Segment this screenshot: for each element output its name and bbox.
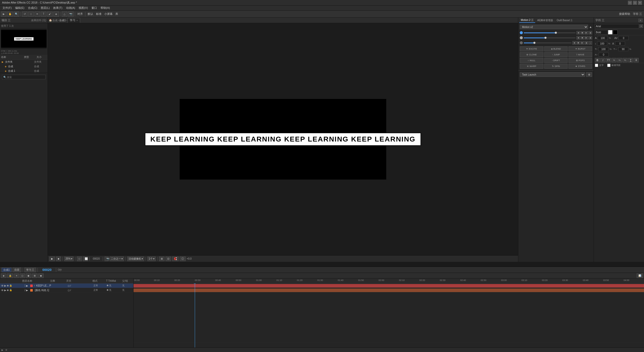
font-color-swatch[interactable]	[608, 30, 613, 34]
slider-btn-3c[interactable]: ►	[581, 41, 584, 45]
file-item-comp1[interactable]: ◈ 合成 1 合成	[0, 69, 48, 73]
wave-btn[interactable]: ⌇ WAVE	[568, 52, 592, 57]
ouilt-tab[interactable]: Ouilt Basse!.1	[555, 18, 574, 22]
render-btn[interactable]: ⬜	[83, 257, 88, 261]
slider-track-3[interactable]	[524, 43, 571, 43]
frame-btn[interactable]: □	[77, 257, 82, 261]
close-button[interactable]: ×	[638, 1, 642, 5]
paint-tool[interactable]: 🖌	[47, 12, 53, 17]
motion-version-dropdown[interactable]: Motion v2	[520, 25, 588, 29]
font-size-input[interactable]	[598, 36, 608, 40]
layer-row-2[interactable]: 👁 ▶ ◉ 🔓 2 ▶ [颜色 纯色 1] ◻ / 正常	[0, 288, 133, 293]
kerning-input[interactable]	[615, 42, 625, 46]
leading-input[interactable]	[597, 42, 607, 46]
bold-btn[interactable]: B	[595, 58, 600, 62]
views-dropdown[interactable]: 1个 ▾	[147, 257, 156, 261]
tl-collapse-btn[interactable]: ≡	[14, 273, 19, 278]
menu-window[interactable]: 窗口	[90, 6, 99, 10]
tl-paste-btn[interactable]: ⊞	[32, 273, 38, 278]
slider-btn-2d[interactable]: ◈	[589, 36, 592, 40]
menu-effect[interactable]: 效果(T)	[52, 6, 64, 10]
tracking-input[interactable]	[619, 36, 629, 40]
layer-vis-icon-2[interactable]: 👁	[1, 289, 4, 292]
layer-sw-1[interactable]: ◻	[68, 285, 70, 287]
slider-track-1[interactable]	[524, 32, 575, 33]
layer-solo-icon-2[interactable]: ◉	[7, 289, 9, 292]
ae-scripts-tab[interactable]: AE脚本管理器	[536, 18, 555, 23]
excite-btn[interactable]: ✦ EXCITE	[520, 46, 543, 51]
task-launch-dropdown[interactable]: Task Launch	[520, 72, 585, 77]
slider-btn-1a[interactable]: ◄	[576, 31, 580, 34]
rotate-tool[interactable]: ↺	[22, 12, 27, 17]
slider-btn-3a[interactable]: ◄	[572, 41, 576, 45]
zoom-tool[interactable]: 🔍	[14, 12, 19, 17]
pofs-btn[interactable]: ⊞ POFS	[568, 58, 592, 63]
strikethrough-btn[interactable]: T	[634, 58, 639, 62]
menu-layer[interactable]: 图层(L)	[39, 6, 51, 10]
timeline-layer-tab[interactable]: 目层	[13, 268, 21, 272]
spin-btn[interactable]: ↻ SPIN	[544, 64, 568, 69]
slider-track-2[interactable]	[524, 38, 575, 38]
baseline-input[interactable]	[599, 53, 609, 57]
puppet-tool[interactable]: △	[62, 12, 67, 17]
font-style-input[interactable]	[595, 30, 607, 34]
italic-btn[interactable]: I	[600, 58, 605, 62]
caps-btn[interactable]: TT	[606, 58, 611, 62]
vscale-input[interactable]	[598, 47, 608, 51]
superscript-checkbox[interactable]	[607, 64, 610, 67]
menu-comp[interactable]: 合成(C)	[26, 6, 39, 10]
menu-edit[interactable]: 编辑(E)	[14, 6, 26, 10]
stars-btn[interactable]: ★ STARS	[568, 64, 592, 69]
menu-file[interactable]: 文件(F)	[1, 6, 13, 10]
layer-lock-icon[interactable]: 🔓	[9, 284, 12, 287]
drift-btn[interactable]: ◦ DRIFT	[544, 58, 568, 63]
char-opt-align[interactable]: ≡	[638, 19, 642, 22]
layer-lock-icon-2[interactable]: 🔓	[9, 289, 12, 292]
camera-dropdown[interactable]: 活动摄像机 ▾	[127, 257, 144, 261]
shape-tool[interactable]: □	[28, 12, 34, 17]
text-tool[interactable]: T	[41, 12, 46, 17]
jump-btn[interactable]: ↑ JUMP	[544, 52, 568, 57]
sub-btn[interactable]: T1	[623, 58, 628, 62]
layer-row-1[interactable]: 👁 ▶ ◉ 🔓 1 ▶ T KEEP LE... P LEARNING ◻ / …	[0, 284, 133, 288]
layer-expand-1[interactable]: ▶	[26, 285, 30, 287]
blend-btn[interactable]: ◈ BLEND	[544, 46, 568, 51]
slider-btn-3d[interactable]: ◈	[585, 41, 588, 45]
menu-help[interactable]: 帮助(H)	[99, 6, 111, 10]
layer-vis-icon[interactable]: 👁	[1, 284, 4, 287]
clone-btn[interactable]: ⊕ CLONE	[520, 52, 543, 57]
motion-tab[interactable]: Motion 2 三	[519, 18, 535, 23]
font-stroke-color[interactable]	[613, 30, 618, 34]
comp-tab-learn[interactable]: 学习 ×	[68, 18, 80, 23]
layer-sw2-2[interactable]: /	[70, 289, 71, 292]
slider-btn-1b[interactable]: ■	[581, 31, 584, 34]
select-tool[interactable]: ▶	[1, 12, 7, 17]
clone-tool[interactable]: ◈	[53, 12, 59, 17]
file-item-comp[interactable]: ◈ 合成 合成	[0, 64, 48, 69]
layer-audio-icon[interactable]: ▶	[4, 284, 6, 287]
layer-sw-2[interactable]: /	[70, 285, 71, 287]
tl-keyframe-btn[interactable]: ◆	[38, 273, 44, 278]
timeline-comp-tab[interactable]: 台成1	[2, 268, 12, 272]
font-change-btn[interactable]: ≡	[639, 24, 643, 28]
track-bar-2[interactable]	[134, 289, 644, 292]
super-btn[interactable]: T1	[617, 58, 622, 62]
tl-new-btn[interactable]: ◻	[20, 273, 25, 278]
slider-btn-2a[interactable]: ◄	[576, 36, 580, 40]
burst-btn[interactable]: ✦ BURST	[568, 46, 592, 51]
layer-name-1[interactable]: KEEP LE... P LEARNING	[36, 284, 52, 287]
layer-audio-icon-2[interactable]: ▶	[4, 289, 6, 292]
layer-trkmat-icon-1[interactable]: ◉	[107, 284, 109, 287]
hand-tool[interactable]: ✋	[7, 12, 13, 17]
info-btn[interactable]: ⓘ	[180, 257, 186, 261]
task-launch-btn[interactable]: ⚙	[586, 72, 592, 77]
preview-btn[interactable]: ▶	[49, 257, 55, 261]
layer-sw2-1[interactable]: ◻	[68, 289, 70, 292]
camera-tool[interactable]: 📷	[68, 12, 74, 17]
layer-solo-icon[interactable]: ◉	[7, 284, 9, 287]
subscript-checkbox[interactable]	[595, 64, 598, 67]
hscale-input[interactable]	[618, 47, 628, 51]
timeline-learn-tab[interactable]: 学习 三	[24, 268, 36, 272]
tl-guide-btn[interactable]: ◉	[26, 273, 31, 278]
quality-dropdown[interactable]: 二分之一 ▾	[110, 257, 124, 261]
